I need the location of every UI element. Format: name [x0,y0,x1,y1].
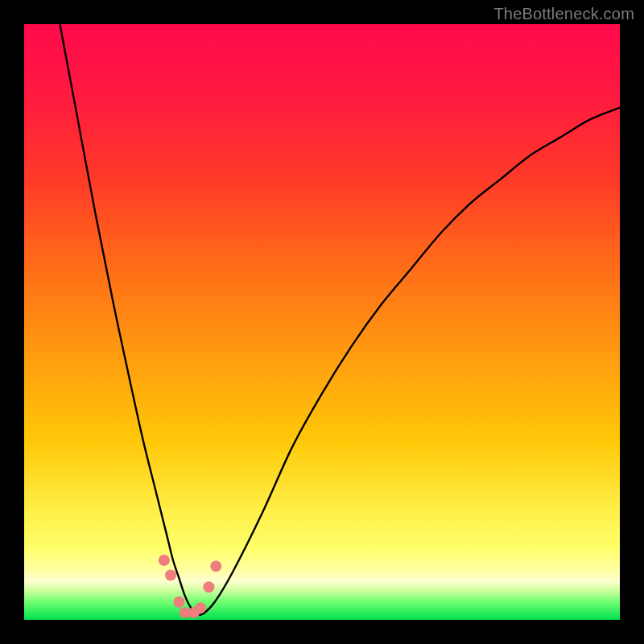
plot-area [24,24,620,620]
curve-marker [210,560,221,572]
chart-frame: TheBottleneck.com [0,0,644,644]
curve-marker [159,555,170,566]
curve-marker [173,597,184,608]
chart-svg [24,24,620,620]
marker-group [159,555,221,618]
curve-marker [203,581,214,592]
watermark-text: TheBottleneck.com [493,5,634,23]
curve-marker [165,570,176,581]
curve-marker [195,602,206,613]
bottleneck-curve [60,24,620,615]
